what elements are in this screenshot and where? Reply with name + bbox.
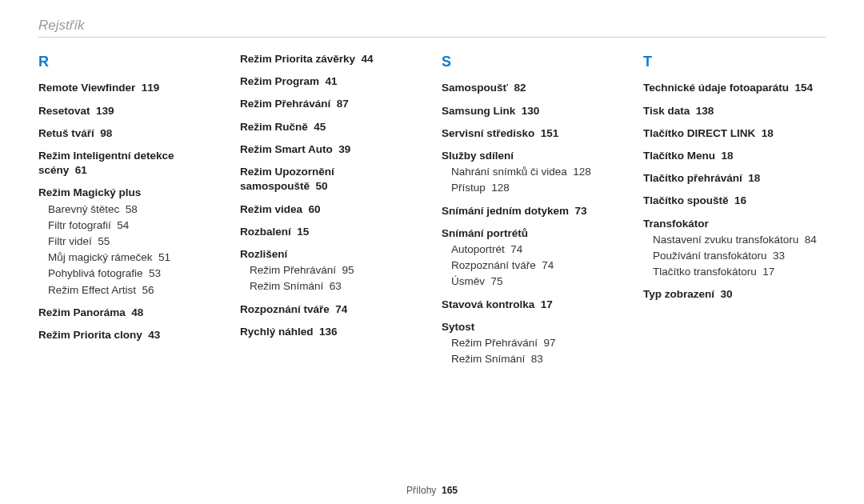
index-entry: Rozlišení: [240, 247, 422, 262]
index-subentry: Barevný štětec 58: [38, 202, 221, 217]
index-subentry: Úsměv 75: [442, 274, 624, 289]
index-column: Režim Priorita závěrky 44Režim Program 4…: [240, 52, 422, 367]
index-entry: Rychlý náhled 136: [240, 325, 422, 339]
index-subentry: Pohyblivá fotografie 53: [38, 266, 221, 281]
index-columns: RRemote Viewfinder 119Resetovat 139Retuš…: [38, 52, 826, 367]
index-entry: Tlačítko přehrávání 18: [643, 171, 826, 186]
index-entry: Samsung Link 130: [442, 104, 624, 118]
index-letter: S: [442, 52, 624, 71]
index-entry: Tisk data 138: [643, 104, 826, 118]
index-subentry: Můj magický rámeček 51: [38, 250, 221, 265]
index-letter: T: [643, 52, 826, 71]
footer-label: Přílohy: [406, 485, 436, 496]
index-subentry: Filtr fotografií 54: [38, 218, 221, 233]
index-entry: Režim Inteligentní detekce scény 61: [38, 149, 221, 178]
index-entry: Režim videa 60: [240, 202, 422, 217]
index-entry: Snímání portrétů: [442, 226, 624, 241]
index-entry: Sytost: [442, 320, 624, 334]
index-letter: R: [38, 52, 221, 71]
page-title: Rejstřík: [38, 18, 826, 37]
index-column: TTechnické údaje fotoaparátu 154Tisk dat…: [643, 52, 826, 367]
index-entry: Režim Ručně 45: [240, 120, 422, 134]
index-entry: Stavová kontrolka 17: [442, 298, 624, 312]
index-entry: Servisní středisko 151: [442, 126, 624, 141]
index-entry: Režim Panoráma 48: [38, 306, 221, 320]
index-entry: Typ zobrazení 30: [643, 287, 826, 302]
index-entry: Tlačítko Menu 18: [643, 149, 826, 163]
index-entry: Snímání jedním dotykem 73: [442, 204, 624, 218]
index-entry: Resetovat 139: [38, 104, 221, 118]
index-entry: Remote Viewfinder 119: [38, 81, 221, 95]
index-entry: Tlačítko spouště 16: [643, 194, 826, 208]
index-entry: Režim Přehrávání 87: [240, 97, 422, 111]
index-subentry: Režim Snímání 83: [442, 352, 624, 366]
index-entry: Režim Upozornění samospouště 50: [240, 165, 422, 194]
index-entry: Transfokátor: [643, 217, 826, 231]
footer: Přílohy 165: [0, 485, 864, 496]
index-column: RRemote Viewfinder 119Resetovat 139Retuš…: [38, 52, 221, 367]
index-subentry: Režim Snímání 63: [240, 279, 422, 294]
index-column: SSamospoušť 82Samsung Link 130Servisní s…: [442, 52, 624, 367]
index-subentry: Používání transfokátoru 33: [643, 249, 826, 263]
index-entry: Rozpoznání tváře 74: [240, 302, 422, 317]
index-subentry: Nahrání snímků či videa 128: [442, 165, 624, 179]
index-subentry: Přístup 128: [442, 181, 624, 195]
index-entry: Režim Smart Auto 39: [240, 142, 422, 157]
index-entry: Retuš tváří 98: [38, 126, 221, 141]
index-subentry: Režim Přehrávání 95: [240, 263, 422, 278]
index-subentry: Režim Effect Artist 56: [38, 283, 221, 298]
index-subentry: Autoportrét 74: [442, 242, 624, 257]
index-entry: Rozbalení 15: [240, 225, 422, 239]
index-entry: Tlačítko DIRECT LINK 18: [643, 126, 826, 141]
footer-page-number: 165: [442, 485, 458, 496]
index-entry: Technické údaje fotoaparátu 154: [643, 81, 826, 95]
index-subentry: Rozpoznání tváře 74: [442, 258, 624, 273]
index-entry: Režim Magický plus: [38, 186, 221, 200]
index-entry: Režim Priorita závěrky 44: [240, 52, 422, 66]
index-subentry: Tlačítko transfokátoru 17: [643, 265, 826, 279]
horizontal-rule: [38, 37, 826, 38]
index-entry: Režim Priorita clony 43: [38, 328, 221, 342]
index-entry: Samospoušť 82: [442, 81, 624, 95]
index-subentry: Nastavení zvuku transfokátoru 84: [643, 233, 826, 247]
index-entry: Služby sdílení: [442, 149, 624, 163]
index-subentry: Filtr videí 55: [38, 234, 221, 249]
index-entry: Režim Program 41: [240, 74, 422, 89]
index-subentry: Režim Přehrávání 97: [442, 336, 624, 350]
